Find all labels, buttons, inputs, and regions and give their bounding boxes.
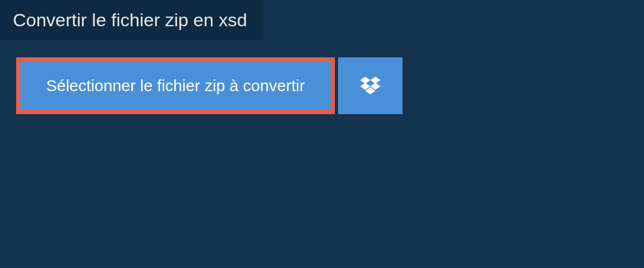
page-title: Convertir le fichier zip en xsd	[13, 10, 247, 30]
dropbox-icon	[360, 77, 380, 95]
title-bar: Convertir le fichier zip en xsd	[0, 0, 264, 40]
select-file-button[interactable]: Sélectionner le fichier zip à convertir	[16, 57, 335, 114]
action-row: Sélectionner le fichier zip à convertir	[16, 57, 644, 114]
dropbox-button[interactable]	[338, 57, 402, 114]
main-container: Convertir le fichier zip en xsd Sélectio…	[0, 0, 644, 114]
select-file-label: Sélectionner le fichier zip à convertir	[46, 77, 305, 95]
